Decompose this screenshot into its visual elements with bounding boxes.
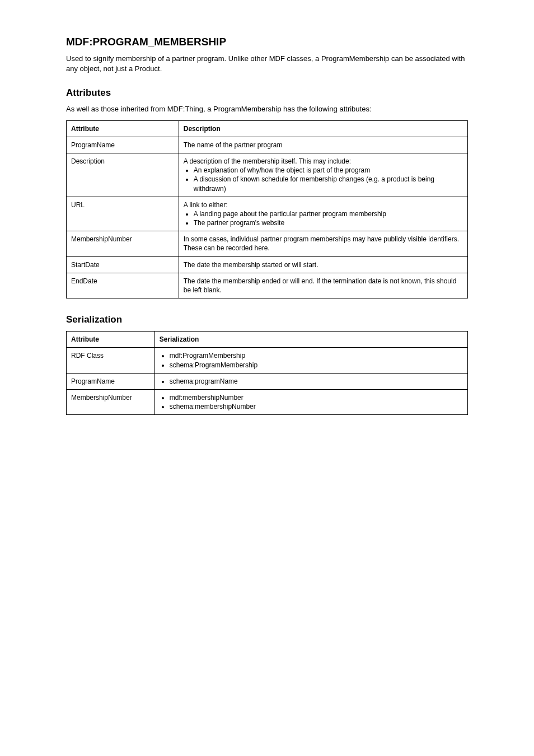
attr-desc-list: A landing page about the particular part… xyxy=(194,209,463,227)
attr-name: Description xyxy=(67,153,179,197)
attr-name: ProgramName xyxy=(67,137,179,153)
ser-list: mdf:membershipNumber schema:membershipNu… xyxy=(170,393,463,411)
attr-desc: A description of the membership itself. … xyxy=(179,153,467,197)
serialization-table: Attribute Serialization RDF Class mdf:Pr… xyxy=(66,331,468,415)
attr-desc: The name of the partner program xyxy=(179,137,467,153)
table-header-desc: Description xyxy=(179,120,467,137)
table-row: MembershipNumber In some cases, individu… xyxy=(67,231,468,256)
ser-list: schema:programName xyxy=(170,377,463,386)
table-row: StartDate The date the membership starte… xyxy=(67,256,468,273)
attr-name: EndDate xyxy=(67,273,179,298)
attr-name: ProgramName xyxy=(67,373,155,389)
attr-name: URL xyxy=(67,197,179,231)
attr-ser: mdf:ProgramMembership schema:ProgramMemb… xyxy=(154,348,467,373)
attr-ser: mdf:membershipNumber schema:membershipNu… xyxy=(154,389,467,414)
attr-ser: schema:programName xyxy=(154,373,467,389)
list-item: schema:ProgramMembership xyxy=(170,361,463,370)
list-item: schema:membershipNumber xyxy=(170,402,463,411)
table-row: MembershipNumber mdf:membershipNumber sc… xyxy=(67,389,468,414)
list-item: mdf:ProgramMembership xyxy=(170,351,463,360)
table-row: RDF Class mdf:ProgramMembership schema:P… xyxy=(67,348,468,373)
attributes-subhead: As well as those inherited from MDF:Thin… xyxy=(66,104,468,114)
table-row: ProgramName The name of the partner prog… xyxy=(67,137,468,153)
list-item: schema:programName xyxy=(170,377,463,386)
intro-paragraph: Used to signify membership of a partner … xyxy=(66,54,468,74)
table-row: EndDate The date the membership ended or… xyxy=(67,273,468,298)
list-item: A landing page about the particular part… xyxy=(194,209,463,218)
list-item: A discussion of known schedule for membe… xyxy=(194,175,463,193)
table-row: ProgramName schema:programName xyxy=(67,373,468,389)
attr-desc-list: An explanation of why/how the object is … xyxy=(194,166,463,193)
table-header-ser: Serialization xyxy=(154,332,467,348)
attr-name: StartDate xyxy=(67,256,179,273)
ser-list: mdf:ProgramMembership schema:ProgramMemb… xyxy=(170,351,463,369)
attr-name: MembershipNumber xyxy=(67,231,179,256)
table-row: Description A description of the members… xyxy=(67,153,468,197)
list-item: The partner program's website xyxy=(194,218,463,227)
attr-desc: In some cases, individual partner progra… xyxy=(179,231,467,256)
attr-desc-lead: A description of the membership itself. … xyxy=(184,157,351,165)
attributes-heading: Attributes xyxy=(66,87,468,99)
attr-desc-lead: A link to either: xyxy=(184,201,228,209)
page-title: MDF:PROGRAM_MEMBERSHIP xyxy=(66,36,468,48)
serialization-heading: Serialization xyxy=(66,314,468,325)
table-header-attr: Attribute xyxy=(67,332,155,348)
attr-name: RDF Class xyxy=(67,348,155,373)
attr-desc: A link to either: A landing page about t… xyxy=(179,197,467,231)
list-item: An explanation of why/how the object is … xyxy=(194,166,463,175)
table-header-row: Attribute Description xyxy=(67,120,468,137)
attr-desc: The date the membership started or will … xyxy=(179,256,467,273)
attributes-table: Attribute Description ProgramName The na… xyxy=(66,120,468,299)
table-header-attr: Attribute xyxy=(67,120,179,137)
table-row: URL A link to either: A landing page abo… xyxy=(67,197,468,231)
attr-name: MembershipNumber xyxy=(67,389,155,414)
attr-desc: The date the membership ended or will en… xyxy=(179,273,467,298)
table-header-row: Attribute Serialization xyxy=(67,332,468,348)
list-item: mdf:membershipNumber xyxy=(170,393,463,402)
